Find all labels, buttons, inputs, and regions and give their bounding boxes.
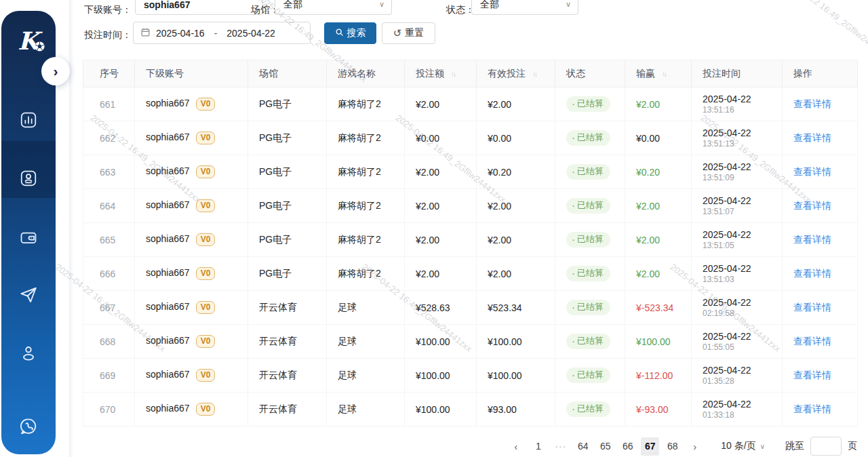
- cell-venue: PG电子: [248, 155, 327, 189]
- page-button-current[interactable]: 67: [641, 437, 659, 456]
- cell-bet-time: 2025-04-2213:51:16: [692, 87, 783, 121]
- table-row: 663sophia667V0PG电子麻将胡了2¥2.00¥0.20·已结算¥0.…: [83, 155, 858, 189]
- page-size-select[interactable]: 10 条/页∨: [721, 440, 765, 452]
- sidebar-item-wallet[interactable]: [18, 228, 39, 249]
- cell-valid-bet: ¥2.00: [477, 189, 555, 223]
- cell-account: sophia667V0: [135, 121, 248, 155]
- cell-index: 670: [83, 393, 135, 426]
- status-dot-icon: ·: [572, 271, 575, 276]
- view-details-link[interactable]: 查看详情: [793, 268, 831, 279]
- date-start-value: 2025-04-16: [156, 28, 205, 39]
- phone-bubble-icon: [18, 416, 39, 439]
- view-details-link[interactable]: 查看详情: [793, 302, 831, 313]
- view-details-link[interactable]: 查看详情: [793, 403, 831, 414]
- status-badge: ·已结算: [566, 198, 610, 214]
- jump-page-input[interactable]: [810, 437, 842, 456]
- cell-action: 查看详情: [783, 189, 858, 223]
- content-divider: [69, 0, 74, 457]
- cell-account: sophia667V0: [135, 393, 248, 426]
- cell-account: sophia667V0: [135, 189, 248, 223]
- sidebar-item-members[interactable]: [18, 170, 39, 190]
- page-button[interactable]: 66: [618, 437, 637, 456]
- winloss-value: ¥-112.00: [636, 370, 673, 381]
- cell-venue: 开云体育: [248, 359, 327, 393]
- sort-icon[interactable]: ↑↓: [532, 71, 536, 78]
- cell-bet-time: 2025-04-2201:55:05: [692, 325, 783, 359]
- status-text: 已结算: [577, 167, 604, 176]
- bet-date: 2025-04-22: [703, 93, 782, 105]
- column-header: 序号: [83, 60, 135, 87]
- view-details-link[interactable]: 查看详情: [793, 166, 831, 177]
- winloss-value: ¥100.00: [636, 336, 671, 347]
- cell-status: ·已结算: [555, 393, 625, 426]
- status-select-value: 全部: [480, 0, 499, 11]
- column-header-label: 游戏名称: [338, 68, 376, 79]
- user-icon: [18, 343, 39, 366]
- sidebar-item-promotions[interactable]: [18, 286, 39, 306]
- cell-bet-amount: ¥2.00: [405, 155, 477, 189]
- view-details-link[interactable]: 查看详情: [793, 132, 831, 143]
- column-header-label: 序号: [100, 68, 119, 79]
- bet-date: 2025-04-22: [703, 195, 782, 207]
- view-details-link[interactable]: 查看详情: [793, 234, 831, 245]
- status-text: 已结算: [577, 370, 604, 380]
- bet-time: 01:55:05: [703, 342, 782, 353]
- account-label: 下级账号：: [84, 3, 132, 16]
- status-dot-icon: ·: [572, 372, 575, 378]
- sidebar-item-profile[interactable]: [18, 344, 39, 365]
- page-button[interactable]: 65: [596, 437, 614, 456]
- winloss-value: ¥2.00: [636, 269, 660, 279]
- cell-action: 查看详情: [783, 223, 858, 257]
- winloss-value: ¥2.00: [636, 235, 660, 245]
- page-button[interactable]: 1: [529, 437, 547, 456]
- member-icon: [19, 169, 38, 191]
- column-header-label: 场馆: [259, 68, 278, 79]
- page-button[interactable]: 64: [574, 437, 592, 456]
- status-badge: ·已结算: [566, 164, 610, 180]
- status-badge: ·已结算: [566, 266, 610, 281]
- table-row: 665sophia667V0PG电子麻将胡了2¥2.00¥2.00·已结算¥2.…: [83, 223, 858, 257]
- column-header-label: 投注额: [416, 68, 444, 79]
- account-name: sophia667: [146, 132, 190, 142]
- view-details-link[interactable]: 查看详情: [793, 98, 831, 109]
- status-select[interactable]: 全部 ∨: [471, 0, 578, 15]
- cell-account: sophia667V0: [135, 291, 248, 325]
- sort-icon[interactable]: ↑↓: [662, 71, 666, 78]
- cell-bet-time: 2025-04-2213:51:13: [692, 121, 783, 155]
- page-button[interactable]: 68: [663, 437, 682, 456]
- cell-game: 麻将胡了2: [327, 121, 405, 155]
- sidebar-item-customer-service[interactable]: [18, 418, 39, 438]
- column-header: 游戏名称: [327, 60, 405, 87]
- reset-button[interactable]: ↺ 重置: [382, 22, 435, 44]
- column-header-label: 输赢: [636, 68, 655, 79]
- cell-account: sophia667V0: [135, 257, 248, 291]
- cell-action: 查看详情: [783, 393, 858, 426]
- status-dot-icon: ·: [572, 169, 575, 174]
- chevron-down-icon: ∨: [566, 0, 571, 9]
- date-range-picker[interactable]: 2025-04-16 - 2025-04-22: [133, 22, 311, 44]
- sidebar-expand-button[interactable]: ›: [41, 57, 70, 85]
- page-ellipsis[interactable]: ···: [551, 437, 570, 456]
- winloss-value: ¥2.00: [636, 99, 660, 110]
- view-details-link[interactable]: 查看详情: [793, 336, 831, 346]
- view-details-link[interactable]: 查看详情: [793, 200, 831, 211]
- paper-plane-icon: [18, 285, 39, 308]
- table-row: 670sophia667V0开云体育足球¥100.00¥93.00·已结算¥-9…: [83, 393, 858, 426]
- prev-page-button[interactable]: ‹: [507, 437, 525, 456]
- cell-bet-amount: ¥528.63: [405, 291, 477, 325]
- column-header-label: 状态: [566, 68, 585, 79]
- cell-status: ·已结算: [555, 223, 625, 257]
- search-button[interactable]: 搜索: [324, 22, 376, 44]
- sidebar-item-reports[interactable]: [18, 111, 39, 132]
- view-details-link[interactable]: 查看详情: [793, 370, 831, 380]
- jump-prefix-label: 跳至: [785, 440, 804, 452]
- account-input[interactable]: [135, 0, 263, 15]
- cell-winloss: ¥2.00: [625, 87, 692, 121]
- jump-suffix-label: 页: [848, 440, 857, 452]
- venue-select[interactable]: 全部 ∨: [275, 0, 392, 15]
- next-page-button[interactable]: ›: [686, 437, 704, 456]
- cell-valid-bet: ¥2.00: [477, 87, 555, 121]
- column-header: 投注时间: [692, 60, 783, 87]
- sort-icon[interactable]: ↑↓: [451, 71, 455, 78]
- bet-time: 01:35:28: [703, 376, 782, 386]
